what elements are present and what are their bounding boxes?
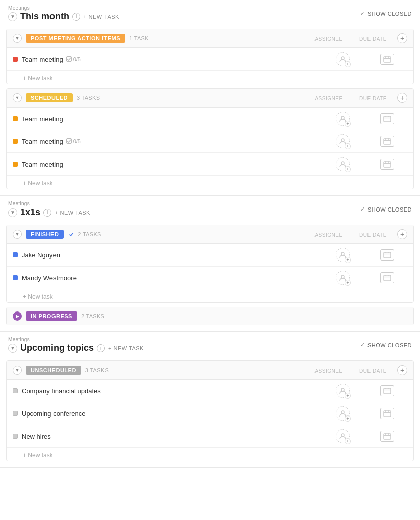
add-column-btn[interactable]: + — [397, 229, 407, 239]
task-name: Team meeting 0/5 — [22, 56, 319, 63]
info-icon[interactable]: i — [72, 13, 80, 21]
group-header-scheduled: ▼ SCHEDULED 3 TASKS ASSIGNEE DUE DATE + — [7, 89, 413, 108]
svg-point-12 — [341, 139, 344, 142]
show-closed-btn[interactable]: ✓ SHOW CLOSED — [360, 206, 412, 213]
add-assignee-icon[interactable]: + — [345, 61, 351, 67]
task-color-dot — [13, 275, 18, 280]
collapse-group-btn[interactable]: ▼ — [13, 366, 22, 375]
new-task-row[interactable]: + New task — [7, 289, 413, 302]
section-title-row: ▼ This month i + NEW TASK — [8, 11, 119, 22]
group-badge-unscheduled[interactable]: UNSCHEDULED — [26, 366, 81, 375]
subtask-count: 0/5 — [73, 56, 81, 62]
section-header-upcoming-topics: Meetings ▼ Upcoming topics i + NEW TASK … — [0, 332, 420, 356]
assignee-avatar[interactable]: + — [336, 52, 350, 66]
add-assignee-icon[interactable]: + — [345, 166, 351, 172]
group-task-count: 3 TASKS — [85, 367, 109, 373]
task-name: Upcoming conference — [22, 410, 319, 418]
due-date-button[interactable] — [380, 431, 394, 442]
svg-rect-38 — [384, 411, 391, 417]
assignee-avatar[interactable]: + — [336, 384, 350, 398]
task-color-dot — [13, 434, 18, 439]
new-task-link[interactable]: + NEW TASK — [108, 345, 144, 351]
subtask-info: 0/5 — [66, 138, 81, 145]
new-task-row[interactable]: + New task — [7, 448, 413, 461]
collapse-group-btn[interactable]: ▼ — [13, 93, 22, 102]
task-row: Company financial updates + — [7, 380, 413, 402]
collapse-group-btn[interactable]: ▼ — [13, 230, 22, 239]
section-upcoming-topics: Meetings ▼ Upcoming topics i + NEW TASK … — [0, 332, 420, 468]
show-closed-check: ✓ — [360, 206, 365, 213]
group-header-finished: ▼ FINISHED 2 TASKS ASSIGNEE DUE DATE + — [7, 225, 413, 244]
group-task-count: 2 TASKS — [78, 231, 101, 237]
meetings-label: Meetings — [8, 201, 90, 206]
collapse-section-btn[interactable]: ▼ — [8, 344, 17, 353]
assignee-avatar[interactable]: + — [336, 406, 350, 421]
add-column-btn[interactable]: + — [397, 93, 407, 103]
add-assignee-icon[interactable]: + — [345, 143, 351, 149]
group-header-right: ASSIGNEE DUE DATE + — [308, 229, 407, 239]
add-assignee-icon[interactable]: + — [345, 393, 351, 399]
collapse-group-btn[interactable]: ▼ — [13, 34, 22, 43]
due-date-button[interactable] — [380, 159, 394, 170]
new-task-row[interactable]: + New task — [7, 71, 413, 84]
new-task-row[interactable]: + New task — [7, 176, 413, 189]
svg-point-27 — [341, 275, 344, 278]
task-color-dot — [13, 162, 18, 167]
add-column-btn[interactable]: + — [397, 365, 407, 375]
add-assignee-icon[interactable]: + — [345, 415, 351, 422]
info-icon[interactable]: i — [43, 209, 51, 217]
assignee-avatar[interactable]: + — [336, 134, 350, 148]
task-name: Jake Nguyen — [22, 251, 319, 259]
svg-point-17 — [341, 162, 344, 165]
due-date-button[interactable] — [380, 54, 394, 65]
new-task-link[interactable]: + NEW TASK — [55, 210, 90, 216]
add-assignee-icon[interactable]: + — [345, 257, 351, 263]
collapse-section-btn[interactable]: ▼ — [8, 12, 17, 21]
new-task-link[interactable]: + NEW TASK — [83, 14, 119, 20]
group-in-progress: ▶ IN PROGRESS 2 TASKS — [6, 307, 414, 325]
due-date-button[interactable] — [380, 249, 394, 261]
task-name-label: Team meeting — [22, 138, 63, 145]
svg-point-6 — [341, 116, 344, 119]
due-date-button[interactable] — [380, 385, 394, 396]
due-date-button[interactable] — [380, 136, 394, 147]
group-badge-finished[interactable]: FINISHED — [26, 230, 64, 239]
task-name-label: Mandy Westmoore — [22, 274, 77, 282]
group-header-right: ASSIGNEE DUE DATE + — [308, 93, 407, 103]
task-name: New hires — [22, 433, 319, 440]
assignee-avatar[interactable]: + — [336, 157, 350, 171]
assignee-col-label: ASSIGNEE — [314, 36, 342, 42]
show-closed-btn[interactable]: ✓ SHOW CLOSED — [360, 342, 412, 348]
group-header-unscheduled: ▼ UNSCHEDULED 3 TASKS ASSIGNEE DUE DATE … — [7, 361, 413, 380]
info-icon[interactable]: i — [97, 344, 105, 352]
svg-rect-0 — [66, 56, 71, 61]
add-assignee-icon[interactable]: + — [345, 280, 351, 286]
assignee-col-label: ASSIGNEE — [314, 96, 342, 101]
due-date-button[interactable] — [380, 113, 394, 124]
show-closed-btn[interactable]: ✓ SHOW CLOSED — [360, 10, 412, 17]
group-header-right: ASSIGNEE DUE DATE + — [308, 365, 407, 375]
collapse-section-btn[interactable]: ▼ — [8, 208, 17, 217]
section-title: 1x1s — [20, 207, 40, 218]
assignee-avatar[interactable]: + — [336, 271, 350, 285]
due-date-button[interactable] — [380, 272, 394, 283]
add-column-btn[interactable]: + — [397, 33, 407, 43]
assignee-avatar[interactable]: + — [336, 112, 350, 126]
task-name-label: Team meeting — [22, 115, 63, 123]
add-assignee-icon[interactable]: + — [345, 121, 351, 127]
group-badge-scheduled[interactable]: SCHEDULED — [26, 93, 73, 102]
show-closed-check: ✓ — [360, 342, 365, 348]
add-assignee-icon[interactable]: + — [345, 438, 351, 444]
task-name-label: Jake Nguyen — [22, 251, 60, 259]
group-scheduled: ▼ SCHEDULED 3 TASKS ASSIGNEE DUE DATE + … — [6, 88, 414, 189]
group-badge-in-progress[interactable]: IN PROGRESS — [26, 311, 77, 321]
assignee-avatar[interactable]: + — [336, 248, 350, 262]
svg-rect-23 — [384, 252, 391, 258]
group-post-meeting: ▼ POST MEETING ACTION ITEMS 1 TASK ASSIG… — [6, 29, 414, 84]
assignee-avatar[interactable]: + — [336, 429, 350, 443]
due-date-button[interactable] — [380, 408, 394, 419]
expand-group-btn[interactable]: ▶ — [13, 311, 22, 321]
show-closed-check: ✓ — [360, 10, 365, 17]
group-badge-post-meeting[interactable]: POST MEETING ACTION ITEMS — [26, 34, 125, 43]
section-title: This month — [20, 11, 69, 22]
